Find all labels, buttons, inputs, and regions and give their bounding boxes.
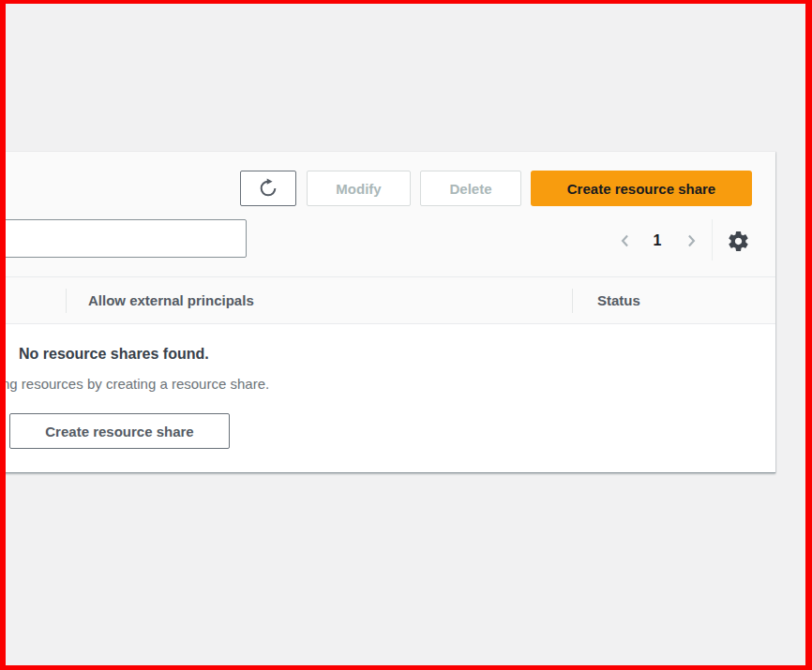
viewport: Modify Delete Create resource share 1 Al… <box>0 0 812 670</box>
column-header-status: Status <box>597 292 640 308</box>
frame-border-bottom <box>0 665 812 670</box>
gear-icon <box>727 230 750 253</box>
modify-button[interactable]: Modify <box>307 171 411 206</box>
column-divider <box>66 289 67 313</box>
table-settings-button[interactable] <box>724 228 752 254</box>
chevron-left-icon <box>616 231 635 250</box>
frame-border-left <box>0 0 6 670</box>
empty-state-create-resource-share-button[interactable]: Create resource share <box>9 413 230 449</box>
column-divider <box>572 289 573 313</box>
pagination-divider <box>712 219 713 261</box>
refresh-icon <box>258 178 278 199</box>
previous-page-button[interactable] <box>611 224 639 258</box>
empty-state-title: No resource shares found. <box>19 346 209 363</box>
current-page-number[interactable]: 1 <box>643 224 671 258</box>
refresh-button[interactable] <box>240 171 296 206</box>
delete-button[interactable]: Delete <box>420 171 521 206</box>
chevron-right-icon <box>682 231 700 250</box>
next-page-button[interactable] <box>677 224 705 258</box>
frame-border-top <box>0 0 812 4</box>
create-resource-share-button[interactable]: Create resource share <box>531 171 752 206</box>
empty-state-description: ng resources by creating a resource shar… <box>2 376 269 392</box>
column-header-allow-external-principals: Allow external principals <box>88 292 254 308</box>
frame-border-right <box>805 0 812 670</box>
filter-resource-shares-input[interactable] <box>0 219 247 258</box>
